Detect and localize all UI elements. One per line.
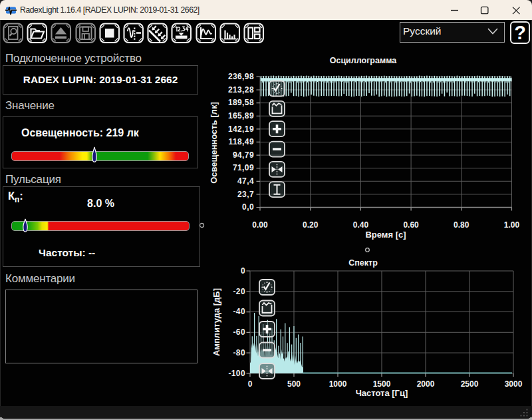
svg-text:0.60: 0.60	[403, 220, 419, 230]
svg-text:0.80: 0.80	[454, 220, 469, 230]
svg-text:23,7: 23,7	[237, 190, 254, 199]
svg-text:236,98: 236,98	[228, 72, 254, 81]
svg-text:1000: 1000	[329, 379, 347, 389]
svg-text:Освещенность [лк]: Освещенность [лк]	[209, 102, 219, 184]
svg-text:165,89: 165,89	[228, 111, 254, 120]
svg-text:0: 0	[241, 266, 245, 276]
svg-text:-100: -100	[228, 369, 245, 378]
svg-text:Частота [Гц]: Частота [Гц]	[356, 388, 408, 398]
svg-text:Время [с]: Время [с]	[365, 230, 406, 240]
svg-text:213,28: 213,28	[228, 85, 254, 95]
svg-text:-40: -40	[233, 307, 245, 316]
svg-text:2500: 2500	[461, 379, 479, 389]
svg-text:0.40: 0.40	[353, 220, 369, 230]
svg-text:189,58: 189,58	[228, 98, 254, 107]
svg-text:0,0: 0,0	[242, 202, 254, 212]
svg-text:500: 500	[287, 379, 301, 389]
svg-text:118,49: 118,49	[229, 137, 254, 146]
svg-text:71,09: 71,09	[233, 163, 254, 172]
svg-text:0.00: 0.00	[252, 220, 268, 230]
svg-text:47,4: 47,4	[237, 176, 254, 186]
svg-text:Спектр: Спектр	[348, 258, 378, 268]
svg-text:1.00: 1.00	[504, 220, 520, 230]
svg-text:3000: 3000	[505, 379, 523, 389]
svg-text:-80: -80	[233, 348, 245, 357]
svg-text:Амплитуда [дБ]: Амплитуда [дБ]	[211, 288, 221, 356]
svg-text:Осциллограмма: Осциллограмма	[330, 56, 398, 65]
svg-text:94,79: 94,79	[233, 150, 254, 160]
svg-text:0: 0	[248, 379, 253, 389]
svg-text:142,19: 142,19	[228, 124, 254, 134]
svg-text:-60: -60	[233, 327, 245, 337]
svg-text:-20: -20	[233, 287, 245, 296]
svg-text:0.20: 0.20	[303, 220, 319, 230]
svg-text:2000: 2000	[417, 379, 435, 389]
